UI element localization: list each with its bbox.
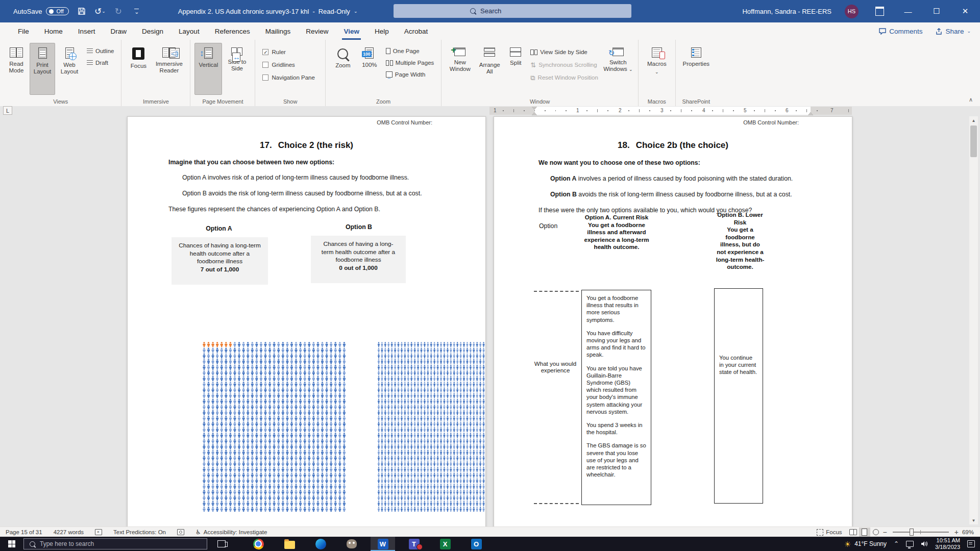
taskbar-app-gimp[interactable] [339,537,364,551]
taskbar-app-chrome[interactable] [246,537,271,551]
tab-draw[interactable]: Draw [103,22,135,40]
share-button[interactable]: Share ⌄ [936,28,971,35]
view-side-by-side-button[interactable]: View Side by Side [530,48,598,56]
ruler-checkbox[interactable]: ✓Ruler [262,48,314,56]
ruler-row: L 11234567 [0,106,980,115]
start-button[interactable] [0,537,23,551]
scroll-down-icon[interactable]: ▼ [969,516,978,524]
clock[interactable]: 10:51 AM 3/18/2023 [935,537,960,550]
page-16-right[interactable]: OMB Control Number: 18.Choice 2b (the ch… [494,116,852,527]
read-mode-button[interactable]: Read Mode [4,43,29,95]
comments-button[interactable]: Comments [879,28,922,35]
tab-references[interactable]: References [207,22,258,40]
customize-quick-access-button[interactable]: ⌄ [131,6,142,17]
ribbon-display-options-button[interactable] [872,4,887,19]
taskbar-app-outlook[interactable]: O [464,537,488,551]
horizontal-ruler[interactable]: 11234567 [489,107,852,115]
show-hidden-icons-button[interactable]: ⌃ [894,540,899,547]
taskbar-app-teams[interactable]: T [402,537,426,551]
zoom-slider[interactable] [893,532,949,533]
tab-acrobat[interactable]: Acrobat [397,22,436,40]
tab-help[interactable]: Help [367,22,397,40]
tab-file[interactable]: File [10,22,37,40]
tab-design[interactable]: Design [134,22,171,40]
side-to-side-button[interactable]: ↔ Side to Side [223,43,251,95]
tab-mailings[interactable]: Mailings [258,22,299,40]
scrollbar-thumb[interactable] [970,126,977,157]
close-button[interactable]: ✕ [958,4,973,19]
gridlines-checkbox[interactable]: Gridlines [262,61,314,69]
accessibility-status[interactable]: ♿Accessibility: Investigate [190,527,273,537]
zoom-percent[interactable]: 69% [960,527,977,537]
tab-home[interactable]: Home [37,22,70,40]
zoom-out-button[interactable]: − [881,528,889,536]
read-mode-view-button[interactable] [848,528,859,537]
web-layout-view-button[interactable] [870,528,881,537]
word-count[interactable]: 4227 words [48,527,89,537]
tab-view[interactable]: View [336,22,367,40]
print-layout-view-button[interactable] [859,528,870,537]
switch-windows-button[interactable]: ↻ Switch Windows ⌄ [602,43,634,95]
print-layout-button[interactable]: Print Layout [30,43,55,95]
page-indicator[interactable]: Page 15 of 31 [0,527,48,537]
undo-button[interactable]: ↺⌄ [94,6,106,17]
multiple-pages-button[interactable]: Multiple Pages [386,59,434,67]
taskbar-app-file-explorer[interactable] [277,537,302,551]
one-page-button[interactable]: One Page [386,47,434,55]
switch-windows-label: Switch Windows ⌄ [603,59,633,72]
weather-widget[interactable]: ☀ 41°F Sunny [844,540,887,548]
search-box[interactable]: Search [394,4,631,18]
action-center-button[interactable] [967,540,975,547]
page-15-left[interactable]: OMB Control Number: 17.Choice 2 (the ris… [127,116,486,527]
text-predictions[interactable]: Text Predictions: On [108,527,172,537]
taskbar-app-excel[interactable]: X [433,537,457,551]
proofing-status[interactable] [89,527,108,537]
title-chevron-icon[interactable]: ⌄ [354,10,358,13]
arrange-all-button[interactable]: Arrange All [475,43,504,95]
vertical-button[interactable]: ↕ Vertical [194,43,222,95]
maximize-button[interactable]: ☐ [929,4,944,19]
tab-review[interactable]: Review [298,22,336,40]
outline-button[interactable]: Outline [87,47,114,55]
network-icon[interactable] [906,541,914,547]
web-layout-button[interactable]: Web Layout [56,43,83,95]
zoom-in-button[interactable]: + [953,528,960,536]
minimize-button[interactable]: — [900,4,916,19]
draft-button[interactable]: Draft [87,59,114,67]
zoom-100-button[interactable]: 100 100% [357,43,382,95]
read-mode-icon [10,47,23,58]
zoom-slider-thumb[interactable] [910,529,914,536]
zoom-100-icon: 100 [365,47,374,59]
vertical-scrollbar[interactable]: ▲ ▼ [969,116,978,524]
save-button[interactable] [76,6,87,17]
one-page-label: One Page [393,48,420,54]
navigation-pane-checkbox[interactable]: Navigation Pane [262,73,314,82]
taskbar-app-word-active[interactable]: W [371,537,395,551]
avatar-initials: HS [848,8,855,14]
recording-status[interactable] [172,527,190,537]
focus-button[interactable]: Focus [126,43,151,95]
volume-icon[interactable] [921,541,928,547]
outline-icon [87,48,93,54]
macros-button[interactable]: Macros ⌄ [643,43,671,95]
properties-button[interactable]: Properties [680,43,713,95]
autosave-toggle[interactable]: AutoSave Off [13,7,69,15]
taskbar-app-edge[interactable] [308,537,333,551]
tab-layout[interactable]: Layout [171,22,207,40]
avatar[interactable]: HS [845,5,859,18]
focus-mode-button[interactable]: Focus [811,527,847,537]
collapse-ribbon-button[interactable]: ∧ [969,96,973,103]
task-view-button[interactable] [211,537,232,551]
accessibility-icon: ♿ [195,529,201,536]
document-area[interactable]: OMB Control Number: 17.Choice 2 (the ris… [0,115,980,527]
scroll-up-icon[interactable]: ▲ [969,116,978,124]
taskbar-search-box[interactable]: Type here to search [23,538,207,549]
new-window-button[interactable]: + New Window [446,43,474,95]
immersive-reader-button[interactable]: ◁) Immersive Reader [152,43,186,95]
split-button[interactable]: Split [505,43,526,95]
tab-insert[interactable]: Insert [70,22,103,40]
tab-selector[interactable]: L [3,106,12,115]
zoom-button[interactable]: Zoom [330,43,356,95]
page-width-button[interactable]: Page Width [386,70,434,79]
redo-button[interactable]: ↻ [113,6,124,17]
